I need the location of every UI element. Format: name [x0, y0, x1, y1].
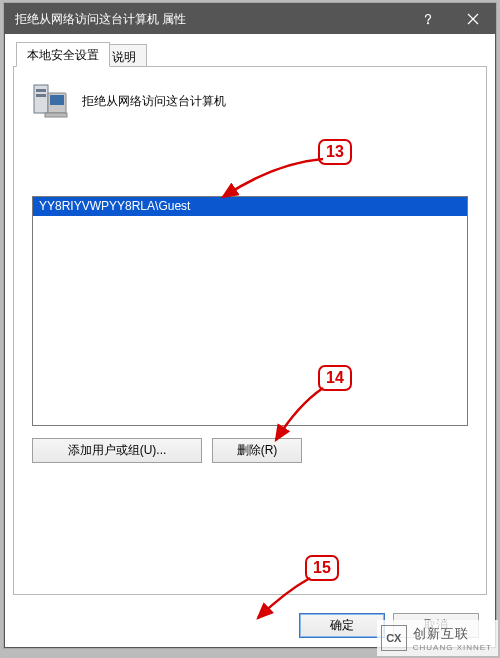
- annotation-13: 13: [318, 139, 352, 165]
- svg-rect-2: [36, 89, 46, 92]
- tab-label: 本地安全设置: [27, 48, 99, 62]
- policy-header: 拒绝从网络访问这台计算机: [32, 81, 468, 121]
- tab-pane: 拒绝从网络访问这台计算机 YY8RIYVWPYY8RLA\Guest 添加用户或…: [13, 66, 487, 595]
- watermark: CX 创新互联 CHUANG XINNET: [377, 620, 498, 656]
- remove-button[interactable]: 删除(R): [212, 438, 302, 463]
- list-button-row: 添加用户或组(U)... 删除(R): [32, 438, 468, 463]
- button-label: 添加用户或组(U)...: [68, 442, 167, 459]
- principals-listbox[interactable]: YY8RIYVWPYY8RLA\Guest: [32, 196, 468, 426]
- tab-label: 说明: [112, 50, 136, 64]
- svg-rect-5: [50, 95, 64, 105]
- button-label: 确定: [330, 617, 354, 634]
- annotation-15: 15: [305, 555, 339, 581]
- help-button[interactable]: [405, 4, 450, 34]
- watermark-cn: 创新互联: [413, 625, 492, 643]
- titlebar[interactable]: 拒绝从网络访问这台计算机 属性: [5, 4, 495, 34]
- svg-rect-6: [45, 113, 67, 117]
- close-icon: [467, 13, 479, 25]
- tab-strip: 说明 本地安全设置: [13, 42, 487, 68]
- close-button[interactable]: [450, 4, 495, 34]
- help-icon: [421, 12, 435, 26]
- ok-button[interactable]: 确定: [299, 613, 385, 638]
- watermark-en: CHUANG XINNET: [413, 643, 492, 652]
- list-item[interactable]: YY8RIYVWPYY8RLA\Guest: [33, 197, 467, 216]
- client-area: 说明 本地安全设置 拒绝从网络访问这台计算机: [5, 34, 495, 647]
- annotation-14: 14: [318, 365, 352, 391]
- tab-local-security[interactable]: 本地安全设置: [16, 42, 110, 67]
- svg-point-0: [427, 23, 428, 24]
- policy-title: 拒绝从网络访问这台计算机: [82, 93, 226, 110]
- watermark-glyph: CX: [381, 625, 407, 651]
- button-label: 删除(R): [237, 442, 278, 459]
- add-user-or-group-button[interactable]: 添加用户或组(U)...: [32, 438, 202, 463]
- properties-dialog: 拒绝从网络访问这台计算机 属性 说明 本地安全设置: [4, 3, 496, 648]
- policy-icon: [32, 81, 68, 121]
- svg-rect-3: [36, 94, 46, 97]
- window-title: 拒绝从网络访问这台计算机 属性: [15, 11, 186, 28]
